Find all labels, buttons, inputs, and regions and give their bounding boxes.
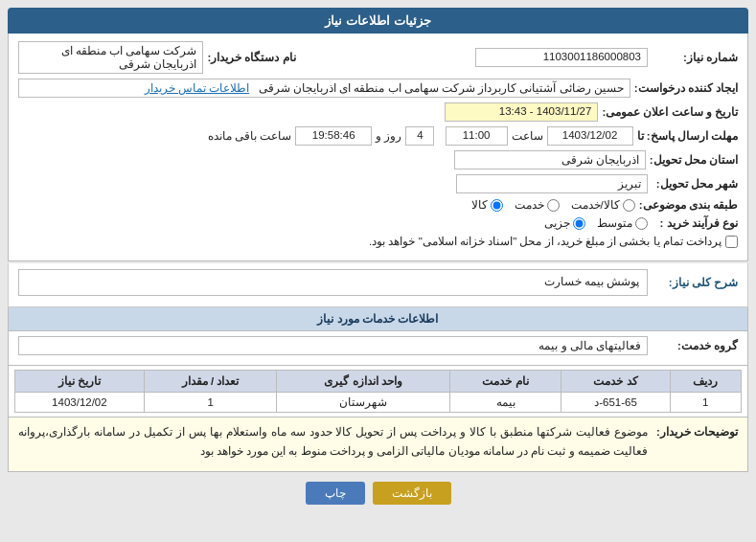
col-name: نام خدمت <box>449 371 561 393</box>
row-purchase-type: نوع فرآیند خرید : متوسط جزیی <box>18 216 738 230</box>
reply-deadline-label: مهلت ارسال پاسخ: تا <box>637 129 738 143</box>
row-description: شرح کلی نیاز: پوشش بیمه خسارت <box>18 269 738 296</box>
col-date: تاریخ نیاز <box>15 371 145 393</box>
cell-name: بیمه <box>449 393 561 413</box>
row-category: طبقه بندی موضوعی: کالا/خدمت خدمت کالا <box>18 198 738 212</box>
city-label: شهر محل تحویل: <box>652 177 738 191</box>
page-title: جزئیات اطلاعات نیاز <box>8 8 748 34</box>
col-qty: تعداد / مقدار <box>144 371 277 393</box>
buyer-name-label: نام دستگاه خریدار: <box>207 51 295 64</box>
radio-jozii: جزیی <box>544 216 585 230</box>
radio-khadamat-input[interactable] <box>547 199 560 212</box>
radio-kala-khadamat-label: کالا/خدمت <box>571 198 620 212</box>
buyer-notes-text: موضوع فعالیت شرکتها منطبق با کالا و پردا… <box>18 423 648 461</box>
purchase-type-label: نوع فرآیند خرید : <box>652 216 738 230</box>
service-group-value: فعالیتهای مالی و بیمه <box>18 336 648 355</box>
radio-kala-label: کالا <box>471 198 488 212</box>
radio-kala: کالا <box>471 198 503 212</box>
service-table-container: ردیف کد خدمت نام خدمت واحد اندازه گیری ت… <box>8 366 748 418</box>
category-label: طبقه بندی موضوعی: <box>639 198 738 212</box>
col-code: کد خدمت <box>561 371 670 393</box>
radio-jozii-input[interactable] <box>573 217 585 230</box>
payment-checkbox[interactable] <box>725 236 738 248</box>
cell-code: 651-65-د <box>561 393 670 413</box>
buyer-notes-label: توضیحات خریدار: <box>652 423 738 439</box>
row-buyer-notes: توضیحات خریدار: موضوع فعالیت شرکتها منطب… <box>18 423 738 461</box>
payment-note-text: پرداخت تمام یا بخشی از مبلغ خرید، از محل… <box>369 235 722 248</box>
radio-motavasset: متوسط <box>597 216 648 230</box>
row-province: استان محل تحویل: اذربایجان شرقی <box>18 150 738 169</box>
service-group-row: گروه خدمت: فعالیتهای مالی و بیمه <box>8 331 748 366</box>
table-header-row: ردیف کد خدمت نام خدمت واحد اندازه گیری ت… <box>15 371 742 393</box>
days-label <box>438 130 441 142</box>
need-number-value: 1103001186000803 <box>475 48 648 67</box>
row-city: شهر محل تحویل: تبریز <box>18 174 738 193</box>
row-service-group: گروه خدمت: فعالیتهای مالی و بیمه <box>18 336 738 355</box>
reply-days: 4 <box>405 126 434 146</box>
cell-date: 1403/12/02 <box>15 393 145 413</box>
col-row: ردیف <box>670 371 741 393</box>
category-radio-group: کالا/خدمت خدمت کالا <box>471 198 635 212</box>
reply-date: 1403/12/02 <box>547 126 633 146</box>
radio-motavasset-input[interactable] <box>635 217 648 230</box>
description-label: شرح کلی نیاز: <box>652 276 738 289</box>
contact-link[interactable]: اطلاعات تماس خریدار <box>145 82 249 94</box>
col-unit: واحد اندازه گیری <box>277 371 449 393</box>
button-row: بازگشت چاپ <box>8 482 748 510</box>
province-label: استان محل تحویل: <box>650 153 738 167</box>
back-button[interactable]: بازگشت <box>373 482 451 505</box>
city-value: تبریز <box>456 174 648 193</box>
print-button[interactable]: چاپ <box>306 482 365 505</box>
description-section: شرح کلی نیاز: پوشش بیمه خسارت <box>8 263 748 307</box>
row-need-number: شماره نیاز: 1103001186000803 نام دستگاه … <box>18 41 738 74</box>
buyer-notes-section: توضیحات خریدار: موضوع فعالیت شرکتها منطب… <box>8 418 748 472</box>
row-reply-deadline: مهلت ارسال پاسخ: تا 1403/12/02 ساعت 11:0… <box>18 126 738 146</box>
description-value: پوشش بیمه خسارت <box>18 269 648 296</box>
radio-kala-khadamat-input[interactable] <box>623 199 635 212</box>
days-text: روز و <box>376 129 401 143</box>
creator-label: ایجاد کننده درخواست: <box>634 81 738 95</box>
cell-qty: 1 <box>144 393 277 413</box>
radio-kala-khadamat: کالا/خدمت <box>571 198 635 212</box>
row-payment-note: پرداخت تمام یا بخشی از مبلغ خرید، از محل… <box>18 235 738 248</box>
reply-time: 11:00 <box>446 126 508 146</box>
creator-value: حسین رضائی آشتیانی کاربرداز شرکت سهامی ا… <box>18 79 630 98</box>
table-row: 1 651-65-د بیمه شهرستان 1 1403/12/02 <box>15 393 742 413</box>
remaining-label: ساعت باقی مانده <box>208 129 291 143</box>
radio-kala-input[interactable] <box>491 199 503 212</box>
radio-motavasset-label: متوسط <box>597 216 632 230</box>
radio-khadamat-label: خدمت <box>515 198 544 212</box>
reply-remaining: 19:58:46 <box>295 126 372 146</box>
main-container: جزئیات اطلاعات نیاز شماره نیاز: 11030011… <box>0 0 756 518</box>
radio-jozii-label: جزیی <box>544 216 570 230</box>
time-label: ساعت <box>512 129 543 143</box>
need-number-label: شماره نیاز: <box>652 51 738 64</box>
cell-unit: شهرستان <box>277 393 449 413</box>
row-datetime: تاریخ و ساعت اعلان عمومی: 1403/11/27 - 1… <box>18 102 738 122</box>
service-info-header: اطلاعات خدمات مورد نیاز <box>8 307 748 331</box>
purchase-type-radio-group: متوسط جزیی <box>544 216 648 230</box>
province-value: اذربایجان شرقی <box>454 150 646 169</box>
buyer-name-value: شرکت سهامی اب منطقه ای اذربایجان شرقی <box>18 41 203 74</box>
service-group-label: گروه خدمت: <box>652 339 738 352</box>
radio-khadamat: خدمت <box>515 198 560 212</box>
service-table: ردیف کد خدمت نام خدمت واحد اندازه گیری ت… <box>14 370 742 413</box>
creator-text: حسین رضائی آشتیانی کاربرداز شرکت سهامی ا… <box>259 82 624 94</box>
datetime-label: تاریخ و ساعت اعلان عمومی: <box>602 105 738 119</box>
row-creator: ایجاد کننده درخواست: حسین رضائی آشتیانی … <box>18 79 738 98</box>
cell-row: 1 <box>670 393 741 413</box>
info-card: شماره نیاز: 1103001186000803 نام دستگاه … <box>8 34 748 261</box>
datetime-value: 1403/11/27 - 13:43 <box>445 102 598 122</box>
